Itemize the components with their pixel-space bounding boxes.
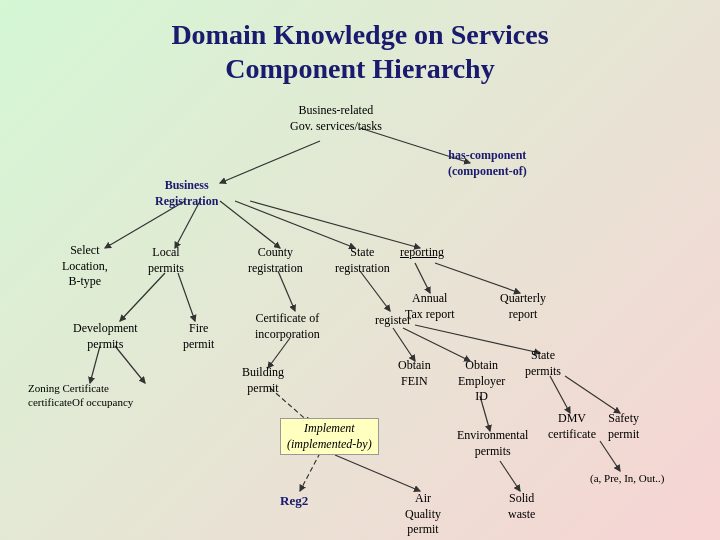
title: Domain Knowledge on Services Component H… <box>0 0 720 93</box>
obtain-fein-node: ObtainFEIN <box>398 358 431 389</box>
svg-line-20 <box>300 453 320 491</box>
county-registration-label: Countyregistration <box>248 245 303 275</box>
register-node: register <box>375 313 411 329</box>
safety-permit-node: Safetypermit <box>608 411 639 442</box>
implement-node: Implement(implemented-by) <box>280 418 379 455</box>
register-label: register <box>375 313 411 327</box>
fire-permit-node: Firepermit <box>183 321 214 352</box>
air-quality-node: AirQualitypermit <box>405 491 441 538</box>
svg-line-9 <box>278 271 295 311</box>
zoning-label: Zoning CertificatecertificateOf occupanc… <box>28 382 133 408</box>
development-permits-node: Developmentpermits <box>73 321 138 352</box>
air-quality-label: AirQualitypermit <box>405 491 441 536</box>
svg-line-10 <box>360 271 390 311</box>
state-registration-label: Stateregistration <box>335 245 390 275</box>
annual-tax-node: AnnualTax report <box>405 291 454 322</box>
environmental-permits-label: Environmentalpermits <box>457 428 528 458</box>
reg2-label: Reg2 <box>280 493 308 508</box>
busines-related-label: Busines-relatedGov. services/tasks <box>290 103 382 133</box>
svg-line-25 <box>565 376 620 413</box>
title-line1: Domain Knowledge on Services <box>171 19 548 50</box>
local-permits-node: Localpermits <box>148 245 184 276</box>
development-permits-label: Developmentpermits <box>73 321 138 351</box>
busines-related-node: Busines-relatedGov. services/tasks <box>290 103 382 134</box>
annual-tax-label: AnnualTax report <box>405 291 454 321</box>
select-location-label: SelectLocation,B-type <box>62 243 108 288</box>
building-permit-node: Buildingpermit <box>242 365 284 396</box>
reg2-node: Reg2 <box>280 493 308 510</box>
solid-waste-node: Solidwaste <box>508 491 535 522</box>
quarterly-report-label: Quarterlyreport <box>500 291 546 321</box>
county-registration-node: Countyregistration <box>248 245 303 276</box>
business-registration-node: BusinessRegistration <box>155 178 218 209</box>
dmv-certificate-label: DMVcertificate <box>548 411 596 441</box>
svg-line-21 <box>335 455 420 491</box>
svg-line-11 <box>268 338 290 368</box>
svg-line-7 <box>415 263 430 293</box>
a-pre-node: (a, Pre, In, Out..) <box>590 471 665 485</box>
svg-line-26 <box>600 441 620 471</box>
a-pre-label: (a, Pre, In, Out..) <box>590 472 665 484</box>
dmv-certificate-node: DMVcertificate <box>548 411 596 442</box>
diagram: Busines-relatedGov. services/tasks has-c… <box>0 93 720 540</box>
obtain-employer-node: ObtainEmployerID <box>458 358 505 405</box>
svg-line-8 <box>435 263 520 293</box>
state-permits-label: Statepermits <box>525 348 561 378</box>
title-line2: Component Hierarchy <box>225 53 494 84</box>
svg-line-1 <box>220 141 320 183</box>
select-location-node: SelectLocation,B-type <box>62 243 108 290</box>
svg-line-24 <box>550 376 570 413</box>
safety-permit-label: Safetypermit <box>608 411 639 441</box>
obtain-employer-label: ObtainEmployerID <box>458 358 505 403</box>
svg-line-5 <box>220 201 280 248</box>
local-permits-label: Localpermits <box>148 245 184 275</box>
solid-waste-label: Solidwaste <box>508 491 535 521</box>
state-registration-node: Stateregistration <box>335 245 390 276</box>
svg-line-14 <box>415 325 540 353</box>
svg-line-13 <box>403 328 470 361</box>
obtain-fein-label: ObtainFEIN <box>398 358 431 388</box>
zoning-certificate-node: Zoning CertificatecertificateOf occupanc… <box>28 381 133 410</box>
certificate-of-label: Certificate ofincorporation <box>255 311 320 341</box>
reporting-node: reporting <box>400 245 444 261</box>
svg-line-15 <box>120 273 165 321</box>
state-permits-node: Statepermits <box>525 348 561 379</box>
quarterly-report-node: Quarterlyreport <box>500 291 546 322</box>
building-permit-label: Buildingpermit <box>242 365 284 395</box>
svg-line-16 <box>178 273 195 321</box>
reporting-label: reporting <box>400 245 444 259</box>
business-registration-label: BusinessRegistration <box>155 178 218 208</box>
svg-line-2 <box>250 201 420 248</box>
svg-line-12 <box>393 328 415 361</box>
certificate-of-node: Certificate ofincorporation <box>255 311 320 342</box>
implement-label: Implement(implemented-by) <box>287 421 372 451</box>
fire-permit-label: Firepermit <box>183 321 214 351</box>
environmental-permits-node: Environmentalpermits <box>457 428 528 459</box>
has-component-label: has-component(component-of) <box>448 148 527 178</box>
svg-line-23 <box>500 461 520 491</box>
has-component-node: has-component(component-of) <box>448 148 527 179</box>
svg-line-6 <box>235 201 355 248</box>
